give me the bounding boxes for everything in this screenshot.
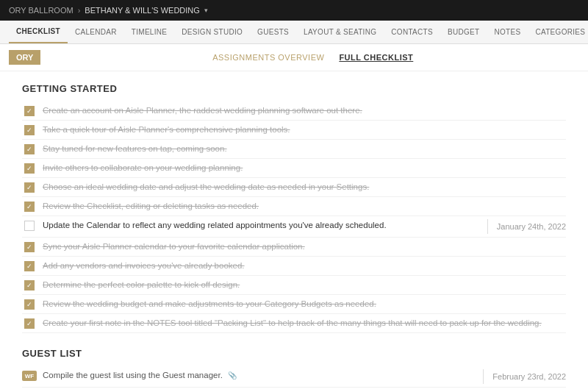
section-title-getting-started: GETTING STARTED: [22, 83, 566, 94]
checkbox-checked[interactable]: ✓: [24, 318, 35, 329]
item-text: Determine the perfect color palette to k…: [43, 279, 566, 291]
breadcrumb-arrow: ›: [78, 6, 81, 15]
item-text: Update the Calendar to reflect any weddi…: [43, 219, 473, 231]
nav-item-checklist[interactable]: CHECKLIST: [9, 21, 68, 43]
top-bar: ORY BALLROOM › BETHANY & WILL'S WEDDING …: [0, 0, 588, 21]
item-text: Create an account on Aisle Planner, the …: [43, 104, 566, 116]
nav-item-guests[interactable]: GUESTS: [250, 21, 296, 43]
checklist-item: ✓ Review the wedding budget and make adj…: [22, 295, 566, 314]
checkbox-checked[interactable]: ✓: [24, 163, 35, 174]
checklist-item: ✓ Invite others to collaborate on your w…: [22, 159, 566, 178]
checklist-item-unchecked: Update the Calendar to reflect any weddi…: [22, 216, 566, 238]
item-text: Compile the guest list using the Guest m…: [43, 369, 468, 381]
checkbox-checked[interactable]: ✓: [24, 280, 35, 291]
checkbox-checked[interactable]: ✓: [24, 182, 35, 193]
checklist-item: ✓ Add any vendors and invoices you've al…: [22, 257, 566, 276]
main-content: GETTING STARTED ✓ Create an account on A…: [0, 71, 588, 388]
checklist-item: ✓ Sync your Aisle Planner calendar to yo…: [22, 238, 566, 257]
venue-name: ORY BALLROOM: [9, 6, 74, 15]
sub-nav: ORY ASSIGNMENTS OVERVIEW FULL CHECKLIST: [0, 44, 588, 71]
nav-item-layout-seating[interactable]: LAYOUT & SEATING: [296, 21, 384, 43]
item-text: Choose an ideal wedding date and adjust …: [43, 181, 566, 193]
nav-item-budget[interactable]: BUDGET: [440, 21, 487, 43]
item-text: Take a quick tour of Aisle Planner's com…: [43, 124, 566, 135]
item-text: Invite others to collaborate on your wed…: [43, 162, 566, 174]
checkbox-checked[interactable]: ✓: [24, 242, 35, 252]
checkbox-unchecked[interactable]: [24, 221, 35, 231]
nav-item-calendar[interactable]: CALENDAR: [68, 21, 124, 43]
checklist-item: ✓ Stay tuned for new features on tap, co…: [22, 140, 566, 159]
checklist-item: ✓ Review the Checklist, editing or delet…: [22, 197, 566, 216]
wedding-dropdown-icon[interactable]: ▾: [204, 7, 208, 14]
full-checklist-link[interactable]: FULL CHECKLIST: [339, 53, 413, 62]
checkbox-checked[interactable]: ✓: [24, 144, 35, 154]
nav-item-timeline[interactable]: TIMELINE: [124, 21, 175, 43]
item-text: Sync your Aisle Planner calendar to your…: [43, 240, 566, 252]
nav-item-contacts[interactable]: CONTACTS: [384, 21, 440, 43]
checkbox-checked[interactable]: ✓: [24, 261, 35, 271]
checkbox-checked[interactable]: ✓: [24, 202, 35, 212]
checkbox-checked[interactable]: ✓: [24, 299, 35, 310]
item-text: Review the Checklist, editing or deletin…: [43, 200, 566, 212]
checklist-item: ✓ Determine the perfect color palette to…: [22, 276, 566, 295]
section-title-guest-list: GUEST LIST: [22, 348, 566, 359]
checklist-item: ✓ Create an account on Aisle Planner, th…: [22, 101, 566, 121]
assignments-overview-link[interactable]: ASSIGNMENTS OVERVIEW: [212, 53, 324, 62]
item-text: Review the wedding budget and make adjus…: [43, 298, 566, 310]
checklist-item: ✓ Create your first note in the NOTES to…: [22, 314, 566, 333]
item-text: Stay tuned for new features on tap, comi…: [43, 143, 566, 154]
checkbox-checked[interactable]: ✓: [24, 106, 35, 116]
nav-item-categories[interactable]: CATEGORIES: [528, 21, 588, 43]
nav-item-design-studio[interactable]: DESIGN STUDIO: [174, 21, 250, 43]
category-button[interactable]: ORY: [9, 50, 40, 65]
nav-item-notes[interactable]: NOTES: [487, 21, 528, 43]
item-text: Create your first note in the NOTES tool…: [43, 317, 566, 329]
checklist-item: ✓ Take a quick tour of Aisle Planner's c…: [22, 121, 566, 140]
checklist-item-guest-1: WF Compile the guest list using the Gues…: [22, 366, 566, 388]
checkbox-checked[interactable]: ✓: [24, 125, 35, 135]
item-date: February 23rd, 2022: [468, 369, 566, 384]
attachment-icon: 📎: [228, 371, 237, 379]
checklist-item-guest-2: WF Collect guest list addresses. 📎 9-12 …: [22, 388, 566, 388]
wf-badge: WF: [22, 371, 37, 381]
item-date: January 24th, 2022: [473, 219, 566, 234]
wedding-name: BETHANY & WILL'S WEDDING: [85, 6, 200, 15]
checklist-item: ✓ Choose an ideal wedding date and adjus…: [22, 178, 566, 197]
item-text: Add any vendors and invoices you've alre…: [43, 260, 566, 271]
nav-bar: CHECKLIST CALENDAR TIMELINE DESIGN STUDI…: [0, 21, 588, 44]
